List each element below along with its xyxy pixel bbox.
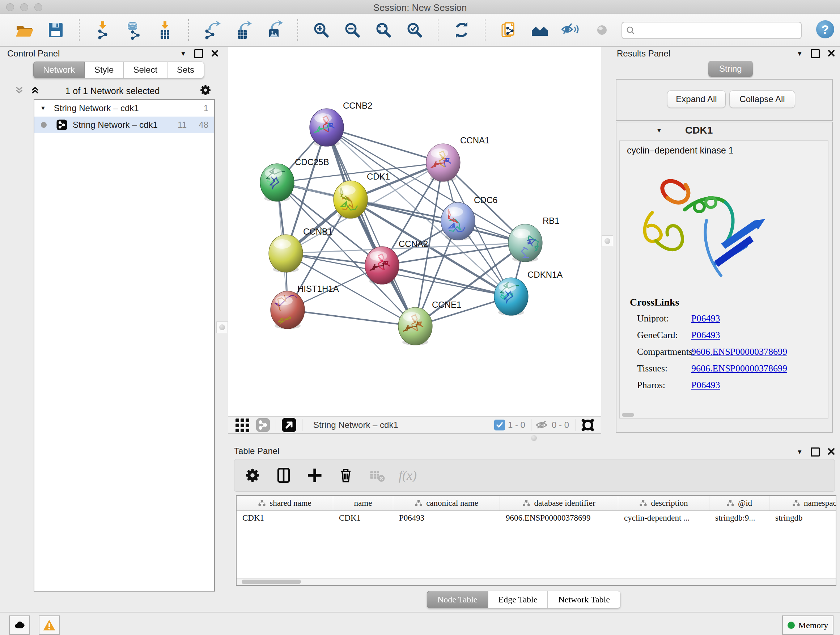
crosslink-link[interactable]: P06493	[691, 330, 720, 340]
column-header--id[interactable]: @id	[709, 496, 769, 510]
network-node[interactable]	[494, 278, 528, 316]
network-node[interactable]	[333, 181, 368, 219]
tab-network-table[interactable]: Network Table	[548, 591, 621, 608]
table-cell[interactable]: CDK1	[333, 510, 393, 526]
zoom-selected-icon[interactable]	[404, 20, 425, 40]
help-button[interactable]: ?	[816, 20, 834, 38]
tab-style[interactable]: Style	[85, 62, 123, 78]
close-panel-icon[interactable]	[211, 50, 218, 58]
table-scrollbar-thumb[interactable]	[242, 580, 301, 584]
crosslink-link[interactable]: P06493	[691, 313, 720, 324]
left-splitter-handle[interactable]	[216, 321, 228, 333]
export-network-icon[interactable]	[202, 20, 222, 40]
first-neighbors-icon[interactable]	[499, 20, 519, 40]
column-header-shared-name[interactable]: shared name	[237, 496, 333, 510]
column-header-canonical-name[interactable]: canonical name	[393, 496, 500, 510]
network-node[interactable]	[441, 203, 475, 241]
network-edge[interactable]	[327, 127, 415, 326]
tab-edge-table[interactable]: Edge Table	[488, 591, 548, 608]
close-panel-icon[interactable]	[828, 50, 835, 58]
network-node[interactable]	[426, 144, 460, 182]
column-header-description[interactable]: description	[618, 496, 709, 510]
hide-selected-icon[interactable]	[561, 20, 581, 40]
network-node[interactable]	[508, 224, 542, 262]
save-session-icon[interactable]	[46, 20, 66, 40]
panel-menu-icon[interactable]: ▼	[797, 50, 803, 57]
network-node[interactable]	[398, 307, 432, 345]
show-graphics-details-icon[interactable]	[530, 20, 550, 40]
refresh-view-icon[interactable]	[452, 20, 472, 40]
search-input[interactable]	[639, 24, 801, 37]
tree-row-collection[interactable]: ▼ String Network – cdk1 1	[34, 100, 214, 117]
network-options-gear-icon[interactable]	[198, 83, 213, 99]
table-row[interactable]: CDK1CDK1P064939606.ENSP00000378699cyclin…	[237, 510, 836, 526]
node-label: CCNE1	[432, 300, 461, 310]
import-network-database-icon[interactable]	[124, 20, 144, 40]
network-node[interactable]	[271, 291, 305, 329]
crosslink-link[interactable]: 9606.ENSP00000378699	[691, 363, 787, 374]
column-header-database-identifier[interactable]: database identifier	[500, 496, 618, 510]
crosslink-link[interactable]: P06493	[691, 380, 720, 391]
table-cell[interactable]: stringdb	[769, 510, 836, 526]
table-cell[interactable]: P06493	[393, 510, 500, 526]
expand-all-button[interactable]: Expand All	[667, 90, 726, 108]
network-edge[interactable]	[382, 265, 511, 296]
close-panel-icon[interactable]	[828, 448, 835, 456]
zoom-out-icon[interactable]	[342, 20, 363, 40]
table-settings-gear-icon[interactable]	[243, 466, 262, 485]
show-columns-icon[interactable]	[274, 466, 293, 485]
memory-button[interactable]: Memory	[782, 616, 834, 635]
network-node[interactable]	[309, 109, 344, 147]
import-network-file-icon[interactable]	[93, 20, 113, 40]
panel-menu-icon[interactable]: ▼	[180, 50, 186, 57]
network-edge[interactable]	[287, 310, 415, 326]
collapse-all-button[interactable]: Collapse All	[729, 90, 795, 108]
tab-node-table[interactable]: Node Table	[427, 591, 488, 608]
export-table-icon[interactable]	[233, 20, 253, 40]
results-scrollbar-thumb[interactable]	[622, 413, 634, 417]
tab-sets[interactable]: Sets	[167, 62, 204, 78]
crosslink-link[interactable]: 9606.ENSP00000378699	[691, 347, 787, 357]
column-header-name[interactable]: name	[333, 496, 393, 510]
table-cell[interactable]: cyclin-dependent ...	[618, 510, 709, 526]
float-panel-icon[interactable]	[811, 49, 820, 58]
gene-entry-header[interactable]: ▼ CDK1	[616, 122, 832, 139]
float-panel-icon[interactable]	[811, 448, 820, 456]
import-table-icon[interactable]	[155, 20, 175, 40]
table-horizontal-scrollbar[interactable]	[237, 578, 836, 585]
cloud-status-button[interactable]	[9, 616, 30, 635]
share-view-icon[interactable]	[256, 417, 271, 432]
network-edge[interactable]	[327, 127, 443, 163]
panel-menu-icon[interactable]: ▼	[797, 448, 803, 456]
collection-expander-icon[interactable]: ▼	[40, 105, 46, 111]
collapse-entry-icon[interactable]: ▼	[656, 127, 662, 134]
open-session-icon[interactable]	[14, 20, 35, 40]
birdseye-view-icon[interactable]	[579, 417, 596, 433]
network-node[interactable]	[365, 247, 399, 285]
selected-count-checkbox[interactable]	[494, 420, 505, 431]
show-hidden-icon[interactable]	[592, 20, 612, 40]
zoom-fit-icon[interactable]	[373, 20, 393, 40]
horizontal-splitter-handle[interactable]	[531, 435, 537, 441]
tab-string[interactable]: String	[708, 61, 753, 77]
grid-view-icon[interactable]	[234, 417, 249, 432]
network-canvas[interactable]: CCNB2CCNA1CDC25BCDK1CDC6RB1CCNB1CCNA2CDK…	[228, 47, 601, 416]
table-cell[interactable]: CDK1	[237, 510, 333, 526]
float-panel-icon[interactable]	[194, 49, 203, 58]
table-cell[interactable]: stringdb:9...	[709, 510, 769, 526]
tree-row-network[interactable]: String Network – cdk1 11 48	[34, 117, 214, 133]
network-node[interactable]	[260, 164, 294, 202]
network-edge[interactable]	[351, 200, 525, 243]
table-cell[interactable]: 9606.ENSP00000378699	[500, 510, 618, 526]
delete-column-trash-icon[interactable]	[336, 466, 355, 485]
tab-select[interactable]: Select	[123, 62, 167, 78]
detach-view-icon[interactable]	[281, 417, 297, 433]
export-image-icon[interactable]	[264, 20, 284, 40]
column-header-namespace[interactable]: namespace	[769, 496, 836, 510]
create-column-icon[interactable]	[305, 466, 324, 485]
zoom-in-icon[interactable]	[311, 20, 332, 40]
network-node[interactable]	[269, 234, 303, 272]
search-box[interactable]	[622, 22, 802, 39]
warning-status-button[interactable]	[39, 616, 60, 635]
tab-network[interactable]: Network	[33, 62, 85, 78]
